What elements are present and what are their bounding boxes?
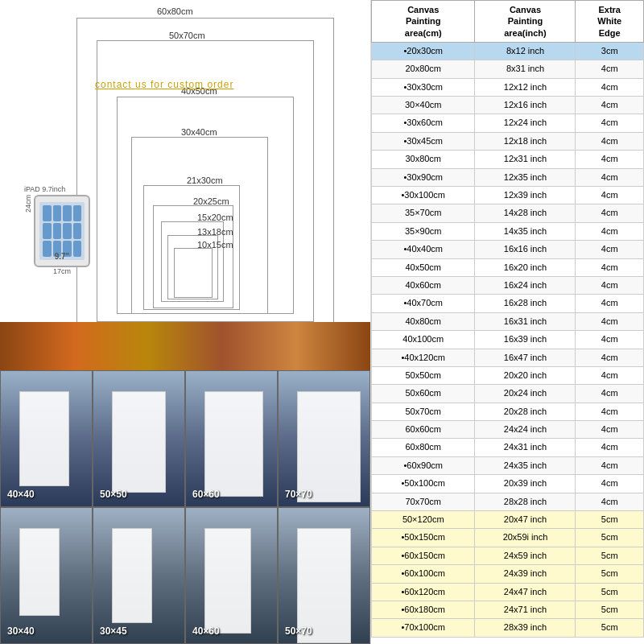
canvas-white-60x60 — [204, 391, 263, 497]
cell-cm: 30×40cm — [372, 97, 475, 114]
table-row: •30x30cm12x12 inch4cm — [372, 78, 644, 96]
table-row: •40x70cm16x28 inch4cm — [372, 295, 644, 312]
cell-cm: 70x70cm — [372, 493, 475, 510]
cell-cm: •20x30cm — [372, 42, 475, 60]
cell-inch: 20x59i inch — [475, 529, 576, 547]
cell-inch: 8x31 inch — [475, 60, 576, 78]
cell-edge: 4cm — [576, 493, 644, 510]
table-row: •60x120cm24x47 inch5cm — [372, 583, 644, 601]
cell-inch: 16x16 inch — [475, 241, 576, 258]
cell-edge: 4cm — [576, 78, 644, 96]
canvas-white-50x50 — [112, 391, 167, 493]
photo-cell-50x70: 50×70 — [278, 507, 370, 644]
photo-cell-60x60: 60×60 — [185, 370, 278, 507]
cell-cm: 60x60cm — [372, 421, 475, 439]
header-inch: CanvasPaintingarea(inch) — [475, 1, 576, 43]
size-label-30x45: 30×45 — [100, 625, 127, 637]
table-row: 50x60cm20x24 inch4cm — [372, 385, 644, 402]
left-panel: 60x80cm 50x70cm 40x50cm 30x40cm 21x30cm … — [0, 0, 370, 644]
table-row: •30x45cm12x18 inch4cm — [372, 132, 644, 150]
table-row: 40x60cm16x24 inch4cm — [372, 276, 644, 294]
cell-cm: •50x100cm — [372, 475, 475, 493]
table-row: •60x180cm24x71 inch5cm — [372, 601, 644, 619]
cell-inch: 14x35 inch — [475, 222, 576, 240]
cell-inch: 24x24 inch — [475, 421, 576, 439]
cell-cm: 50x50cm — [372, 366, 475, 384]
cell-cm: •50x150cm — [372, 529, 475, 547]
cell-cm: •30x90cm — [372, 168, 475, 186]
cell-edge: 4cm — [576, 276, 644, 294]
header-edge: ExtraWhiteEdge — [576, 1, 644, 43]
right-panel[interactable]: CanvasPaintingarea(cm) CanvasPaintingare… — [370, 0, 644, 644]
cell-inch: 20x28 inch — [475, 402, 576, 420]
cell-edge: 5cm — [576, 529, 644, 547]
size-label-50x50: 50×50 — [100, 489, 127, 500]
label-60x80: 60x80cm — [157, 6, 193, 16]
cell-edge: 4cm — [576, 187, 644, 204]
cell-inch: 28x39 inch — [475, 619, 576, 637]
cell-edge: 4cm — [576, 151, 644, 168]
table-row: 70x70cm28x28 inch4cm — [372, 493, 644, 510]
cell-cm: 50×120cm — [372, 511, 475, 529]
ipad-size: 9.7" — [55, 252, 70, 261]
table-row: •40x120cm16x47 inch4cm — [372, 349, 644, 366]
cell-edge: 4cm — [576, 132, 644, 150]
table-body: •20x30cm8x12 inch3cm20x80cm8x31 inch4cm•… — [372, 42, 644, 637]
cell-cm: 35×90cm — [372, 222, 475, 240]
cell-edge: 5cm — [576, 511, 644, 529]
cell-inch: 28x28 inch — [475, 493, 576, 510]
cell-edge: 3cm — [576, 42, 644, 60]
cell-cm: •30x45cm — [372, 132, 475, 150]
cell-edge: 4cm — [576, 421, 644, 439]
photo-row-2: 30×40 30×45 40×60 50×70 — [0, 507, 370, 644]
label-50x70: 50x70cm — [169, 31, 205, 40]
cell-edge: 4cm — [576, 312, 644, 330]
cell-inch: 12x12 inch — [475, 78, 576, 96]
cell-inch: 20x47 inch — [475, 511, 576, 529]
cell-inch: 16x47 inch — [475, 349, 576, 366]
cell-edge: 4cm — [576, 456, 644, 474]
cell-inch: 12x16 inch — [475, 97, 576, 114]
cell-edge: 5cm — [576, 601, 644, 619]
table-row: •50x100cm20x39 inch4cm — [372, 475, 644, 493]
cell-edge: 5cm — [576, 619, 644, 637]
custom-order-text[interactable]: contact us for custom order — [95, 79, 233, 90]
size-label-40x40: 40×40 — [7, 489, 35, 500]
cell-inch: 12x18 inch — [475, 132, 576, 150]
cell-edge: 4cm — [576, 475, 644, 493]
cell-edge: 5cm — [576, 583, 644, 601]
table-row: •50x150cm20x59i inch5cm — [372, 529, 644, 547]
cell-inch: 24x31 inch — [475, 439, 576, 456]
table-row: 40x100cm16x39 inch4cm — [372, 331, 644, 349]
table-row: •30x60cm12x24 inch4cm — [372, 114, 644, 132]
photos-grid: 40×40 50×50 60×60 70×70 — [0, 370, 370, 644]
cell-inch: 24x39 inch — [475, 565, 576, 583]
canvas-white-30x45 — [112, 528, 153, 623]
table-row: •60x90cm24x35 inch4cm — [372, 456, 644, 474]
table-row: •60x150cm24x59 inch5cm — [372, 547, 644, 564]
table-row: •20x30cm8x12 inch3cm — [372, 42, 644, 60]
cell-inch: 12x39 inch — [475, 187, 576, 204]
table-row: 50x50cm20x20 inch4cm — [372, 366, 644, 384]
ipad-height-label: 24cm — [24, 195, 32, 213]
photo-cell-50x50: 50×50 — [93, 370, 185, 507]
table-row: 35×90cm14x35 inch4cm — [372, 222, 644, 240]
cell-inch: 16x28 inch — [475, 295, 576, 312]
cell-inch: 20x24 inch — [475, 385, 576, 402]
size-table: CanvasPaintingarea(cm) CanvasPaintingare… — [371, 0, 644, 638]
cell-cm: 40x100cm — [372, 331, 475, 349]
table-row: 35×70cm14x28 inch4cm — [372, 204, 644, 222]
photo-cell-40x40: 40×40 — [0, 370, 93, 507]
cell-inch: 8x12 inch — [475, 42, 576, 60]
cell-cm: 50x60cm — [372, 385, 475, 402]
photo-row-1: 40×40 50×50 60×60 70×70 — [0, 370, 370, 507]
table-row: 60x60cm24x24 inch4cm — [372, 421, 644, 439]
size-label-70x70: 70×70 — [285, 489, 312, 500]
cell-edge: 4cm — [576, 241, 644, 258]
canvas-white-40x40 — [19, 391, 69, 486]
cell-edge: 4cm — [576, 439, 644, 456]
cell-inch: 16x20 inch — [475, 258, 576, 276]
cell-inch: 24x47 inch — [475, 583, 576, 601]
size-label-40x60: 40×60 — [192, 625, 220, 637]
cell-inch: 16x39 inch — [475, 331, 576, 349]
